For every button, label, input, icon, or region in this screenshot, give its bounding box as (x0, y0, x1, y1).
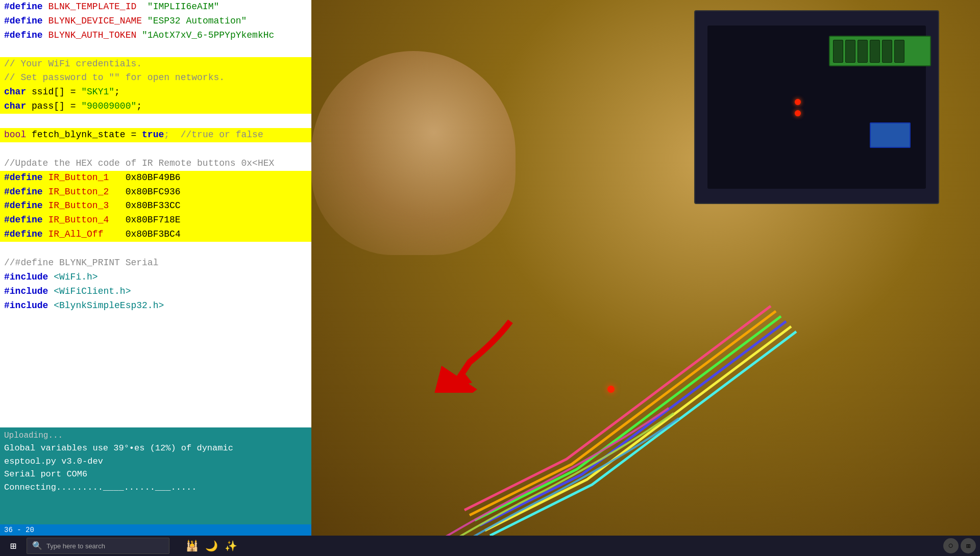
photo-panel (311, 0, 980, 536)
terminal-slot-2 (845, 40, 855, 63)
code-line-l4 (0, 43, 311, 57)
terminal-slot-3 (857, 40, 868, 63)
status-bar: 36 - 20 (0, 524, 311, 536)
mosque-icon[interactable]: 🕌 (184, 538, 200, 554)
led-red-1 (795, 99, 801, 105)
hand-area (311, 51, 516, 255)
editor-position: 36 - 20 (4, 526, 34, 534)
blue-component (870, 122, 911, 148)
code-line-l20: #include <WiFi.h> (0, 270, 311, 285)
pcb-board (694, 10, 939, 204)
code-line-l18 (0, 242, 311, 256)
taskbar-circle-icon[interactable]: ○ (943, 538, 959, 553)
search-icon: 🔍 (32, 541, 42, 551)
code-line-l2: #define BLYNK_DEVICE_NAME "ESP32 Automat… (0, 14, 311, 29)
code-line-l22: #include <BlynkSimpleEsp32.h> (0, 299, 311, 313)
code-line-l16: #define IR_Button_4 0x80BF718E (0, 213, 311, 228)
taskbar-icons-group: 🕌 🌙 ✨ (184, 538, 239, 554)
console-line-2: Serial port COM6 (4, 468, 307, 481)
crescent-icon[interactable]: 🌙 (203, 538, 219, 554)
uploading-label: Uploading... (4, 429, 307, 442)
code-line-l9 (0, 114, 311, 128)
terminal-block-green (829, 36, 931, 66)
code-line-l8: char pass[] = "90009000"; (0, 99, 311, 114)
terminal-slot-4 (870, 40, 880, 63)
code-line-l11 (0, 142, 311, 157)
console-line-1: esptool.py v3.0-dev (4, 455, 307, 468)
code-area[interactable]: #define BLNK_TEMPLATE_ID "IMPLII6eAIM"#d… (0, 0, 311, 427)
windows-icon: ⊞ (10, 540, 16, 552)
terminal-slot-5 (882, 40, 892, 63)
code-line-l3: #define BLYNK_AUTH_TOKEN "1AotX7xV_6-5PP… (0, 29, 311, 43)
code-line-l21: #include <WiFiClient.h> (0, 285, 311, 299)
code-panel: #define BLNK_TEMPLATE_ID "IMPLII6eAIM"#d… (0, 0, 311, 536)
terminal-slot-1 (833, 40, 843, 63)
console-line-0: Global variables use 39°•es (12%) of dyn… (4, 442, 307, 455)
code-line-l17: #define IR_All_Off 0x80BF3BC4 (0, 228, 311, 242)
code-line-l15: #define IR_Button_3 0x80BF33CC (0, 199, 311, 213)
code-line-l1: #define BLNK_TEMPLATE_ID "IMPLII6eAIM" (0, 0, 311, 14)
code-line-l12: //Update the HEX code of IR Remote butto… (0, 157, 311, 171)
code-line-l5: // Your WiFi credentials. (0, 57, 311, 71)
terminal-slot-6 (894, 40, 904, 63)
console-lines: Global variables use 39°•es (12%) of dyn… (4, 442, 307, 494)
windows-start-button[interactable]: ⊞ (4, 537, 22, 555)
code-line-l13: #define IR_Button_1 0x80BF49B6 (0, 171, 311, 185)
pcb-inner (707, 26, 926, 189)
code-line-l19: //#define BLYNK_PRINT Serial (0, 256, 311, 270)
taskbar[interactable]: ⊞ 🔍 Type here to search 🕌 🌙 ✨ ○ ⊞ (0, 536, 980, 556)
code-line-l10: bool fetch_blynk_state = true; //true or… (0, 128, 311, 142)
console-line-3: Connecting.........____......___..... (4, 481, 307, 494)
taskbar-search-box[interactable]: 🔍 Type here to search (27, 538, 169, 554)
photo-content (311, 0, 980, 536)
code-line-l14: #define IR_Button_2 0x80BFC936 (0, 185, 311, 199)
console-area: Uploading... Global variables use 39°•es… (0, 427, 311, 524)
search-placeholder: Type here to search (46, 542, 105, 550)
red-arrow-svg (429, 311, 531, 393)
taskbar-grid-icon[interactable]: ⊞ (961, 538, 976, 553)
star-icon[interactable]: ✨ (223, 538, 239, 554)
taskbar-right-area: ○ ⊞ (943, 538, 976, 553)
code-line-l7: char ssid[] = "SKY1"; (0, 85, 311, 99)
main-content: #define BLNK_TEMPLATE_ID "IMPLII6eAIM"#d… (0, 0, 980, 536)
led-bottom-red (607, 386, 615, 393)
led-red-2 (795, 110, 801, 116)
code-line-l6: // Set password to "" for open networks. (0, 71, 311, 85)
